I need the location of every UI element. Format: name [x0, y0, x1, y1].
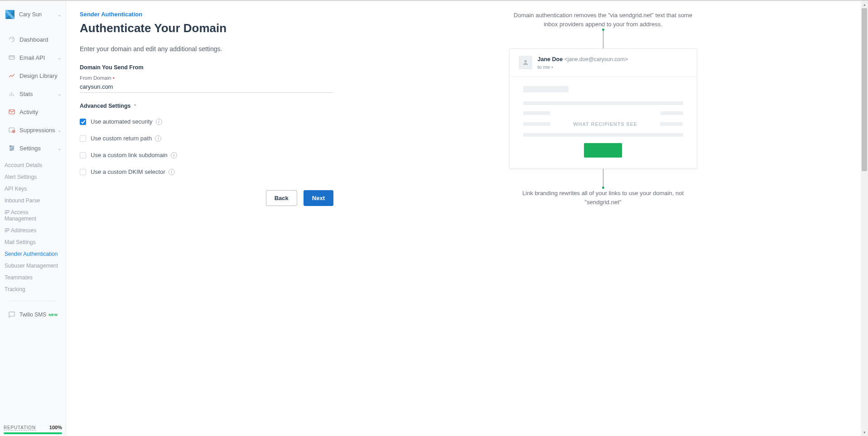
button-row: Back Next: [80, 190, 333, 206]
svg-rect-0: [9, 56, 14, 59]
svg-point-12: [10, 146, 11, 147]
required-marker: •: [113, 75, 115, 81]
nav-twilio-sms[interactable]: Twilio SMS NEW: [5, 307, 61, 323]
nav-label: Suppressions: [19, 127, 55, 134]
placeholder-seg: [660, 122, 683, 126]
info-icon[interactable]: i: [155, 135, 161, 142]
back-button[interactable]: Back: [266, 190, 297, 206]
info-icon[interactable]: i: [156, 119, 162, 125]
chevron-down-icon: ⌄: [58, 128, 61, 133]
email-body: WHAT RECIPIENTS SEE: [510, 77, 697, 168]
nav-activity[interactable]: Activity: [0, 103, 66, 121]
nav-design-library[interactable]: Design Library: [0, 67, 66, 85]
reputation-bar: [4, 432, 62, 434]
info-icon[interactable]: i: [171, 152, 177, 158]
email-preview-card: Jane Doe <jane.doe@carysun.com> to me▾: [509, 48, 697, 169]
scroll-down-arrow-icon[interactable]: ▾: [861, 429, 868, 436]
gauge-icon: [7, 36, 17, 43]
subnav-teammates[interactable]: Teammates: [0, 272, 66, 283]
pencil-ruler-icon: [7, 72, 17, 79]
email-from-name: Jane Doe: [538, 56, 563, 62]
avatar-icon: [519, 56, 532, 69]
envelope-block-icon: [7, 126, 17, 134]
next-button[interactable]: Next: [304, 190, 333, 206]
from-domain-input[interactable]: [80, 81, 333, 93]
preview-top-desc: Domain authentication removes the "via s…: [512, 11, 694, 29]
option-automated-security: Use automated security i: [80, 115, 333, 129]
cta-button-placeholder: [584, 143, 622, 158]
twilio-label: Twilio SMS: [19, 311, 46, 318]
chevron-down-icon: ⌄: [58, 12, 61, 17]
divider: [9, 301, 57, 301]
scrollbar[interactable]: ▴ ▾: [861, 1, 868, 436]
page-title: Authenticate Your Domain: [80, 21, 333, 35]
placeholder-line: [523, 133, 683, 137]
custom-link-checkbox[interactable]: [80, 152, 86, 158]
option-custom-link-subdomain: Use a custom link subdomain i: [80, 148, 333, 162]
info-icon[interactable]: i: [169, 169, 175, 175]
subnav-alert-settings[interactable]: Alert Settings: [0, 171, 66, 183]
custom-dkim-label: Use a custom DKIM selector: [91, 168, 165, 175]
nav-label: Stats: [19, 91, 33, 97]
profile-name: Cary Sun: [19, 11, 58, 18]
nav-label: Email API: [19, 54, 45, 61]
option-custom-dkim-selector: Use a custom DKIM selector i: [80, 165, 333, 179]
placeholder-line: [523, 86, 569, 92]
reputation-label: REPUTATION: [4, 425, 36, 431]
subnav-mail-settings[interactable]: Mail Settings: [0, 236, 66, 248]
nav-suppressions[interactable]: Suppressions ⌄: [0, 121, 66, 139]
custom-dkim-checkbox[interactable]: [80, 169, 86, 175]
envelope-check-icon: [7, 108, 17, 115]
reputation-widget: REPUTATION 100%: [0, 421, 66, 436]
connector-line-top: [603, 29, 603, 48]
section-domain-heading: Domain You Send From: [80, 64, 333, 71]
subnav-inbound-parse[interactable]: Inbound Parse: [0, 195, 66, 206]
subnav-tracking[interactable]: Tracking: [0, 283, 66, 295]
svg-point-15: [524, 60, 526, 62]
chevron-up-icon: ⌃: [133, 104, 137, 109]
svg-point-14: [10, 149, 12, 151]
nav-label: Activity: [19, 109, 38, 115]
form-column: Sender Authentication Authenticate Your …: [80, 11, 333, 436]
subnav-subuser-mgmt[interactable]: Subuser Management: [0, 260, 66, 272]
breadcrumb-link[interactable]: Sender Authentication: [80, 11, 142, 18]
nav-settings[interactable]: Settings ⌄: [0, 139, 66, 157]
bar-chart-icon: [7, 90, 17, 97]
main-nav: Dashboard Email API ⌄ Design Library Sta…: [0, 30, 66, 157]
scroll-up-arrow-icon[interactable]: ▴: [861, 1, 868, 8]
placeholder-seg: [523, 122, 550, 126]
chevron-down-icon: ⌄: [58, 55, 61, 60]
nav-email-api[interactable]: Email API ⌄: [0, 48, 66, 67]
subnav-api-keys[interactable]: API Keys: [0, 183, 66, 195]
email-header: Jane Doe <jane.doe@carysun.com> to me▾: [510, 49, 697, 77]
brand-icon: [5, 10, 14, 19]
subnav-account-details[interactable]: Account Details: [0, 159, 66, 171]
advanced-settings-toggle[interactable]: Advanced Settings ⌃: [80, 103, 333, 109]
placeholder-line: [523, 101, 683, 105]
profile-menu[interactable]: Cary Sun ⌄: [0, 5, 66, 30]
sidebar: Cary Sun ⌄ Dashboard Email API ⌄ Design …: [0, 1, 66, 436]
scrollbar-thumb[interactable]: [862, 8, 867, 171]
email-to-text: to me: [538, 64, 550, 70]
custom-return-label: Use custom return path: [91, 135, 152, 142]
connector-line-bottom: [603, 169, 603, 189]
preview-column: Domain authentication removes the "via s…: [333, 11, 854, 436]
custom-return-checkbox[interactable]: [80, 135, 86, 142]
automated-security-checkbox[interactable]: [80, 119, 86, 125]
advanced-settings-label: Advanced Settings: [80, 103, 131, 109]
subnav-sender-auth[interactable]: Sender Authentication: [0, 248, 66, 260]
subnav-ip-access[interactable]: IP Access Management: [0, 206, 66, 225]
automated-security-label: Use automated security: [91, 118, 153, 125]
svg-point-13: [12, 148, 14, 149]
placeholder-seg: [661, 111, 683, 115]
settings-subnav: Account Details Alert Settings API Keys …: [0, 157, 66, 295]
nav-dashboard[interactable]: Dashboard: [0, 30, 66, 48]
placeholder-seg: [523, 111, 550, 115]
main-content: Sender Authentication Authenticate Your …: [66, 1, 868, 436]
custom-link-label: Use a custom link subdomain: [91, 152, 168, 158]
nav-stats[interactable]: Stats ⌄: [0, 85, 66, 103]
chat-icon: [7, 311, 17, 318]
subnav-ip-addresses[interactable]: IP Addresses: [0, 225, 66, 236]
from-domain-label-text: From Domain: [80, 75, 111, 81]
page-subtitle: Enter your domain and edit any additiona…: [80, 45, 333, 53]
